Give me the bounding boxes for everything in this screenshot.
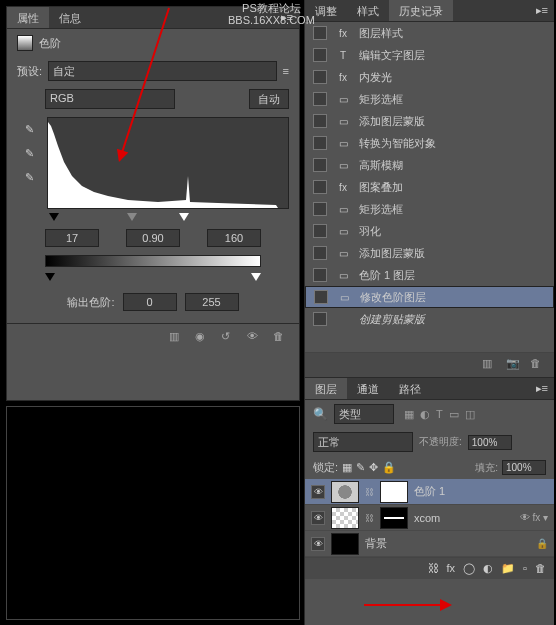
histogram[interactable] bbox=[47, 117, 289, 209]
tab-channels[interactable]: 通道 bbox=[347, 378, 389, 399]
history-check[interactable] bbox=[313, 70, 327, 84]
toggle-vis-icon[interactable]: 👁 bbox=[247, 330, 263, 346]
history-check[interactable] bbox=[313, 136, 327, 150]
history-check[interactable] bbox=[313, 246, 327, 260]
layer-fx-badge[interactable]: 👁 fx ▾ bbox=[520, 512, 548, 523]
preset-select[interactable]: 自定 bbox=[48, 61, 277, 81]
output-black-field[interactable]: 0 bbox=[123, 293, 177, 311]
tab-info[interactable]: 信息 bbox=[49, 7, 91, 28]
output-slider[interactable] bbox=[45, 273, 261, 283]
history-row[interactable]: ▭添加图层蒙版 bbox=[305, 110, 554, 132]
output-white-field[interactable]: 255 bbox=[185, 293, 239, 311]
out-white-handle[interactable] bbox=[251, 273, 261, 281]
history-doc-icon[interactable]: ▥ bbox=[482, 357, 498, 373]
tab-properties[interactable]: 属性 bbox=[7, 7, 49, 28]
channel-select[interactable]: RGB bbox=[45, 89, 175, 109]
layers-menu-icon[interactable]: ▸≡ bbox=[530, 378, 554, 399]
canvas-area[interactable] bbox=[6, 406, 300, 620]
output-gradient[interactable] bbox=[45, 255, 261, 267]
snapshot-icon[interactable]: 📷 bbox=[506, 357, 522, 373]
delete-layer-icon[interactable]: 🗑 bbox=[535, 562, 546, 575]
lock-paint-icon[interactable]: ✎ bbox=[356, 461, 365, 474]
opacity-field[interactable]: 100% bbox=[468, 435, 512, 450]
tab-layers[interactable]: 图层 bbox=[305, 378, 347, 399]
history-check[interactable] bbox=[313, 158, 327, 172]
reset-icon[interactable]: ↺ bbox=[221, 330, 237, 346]
history-row[interactable]: ▭转换为智能对象 bbox=[305, 132, 554, 154]
history-check[interactable] bbox=[313, 224, 327, 238]
history-menu-icon[interactable]: ▸≡ bbox=[530, 0, 554, 21]
layer-thumb[interactable] bbox=[331, 533, 359, 555]
tab-styles[interactable]: 样式 bbox=[347, 0, 389, 21]
history-row[interactable]: T编辑文字图层 bbox=[305, 44, 554, 66]
history-check[interactable] bbox=[313, 48, 327, 62]
filter-shape-icon[interactable]: ▭ bbox=[449, 408, 459, 421]
layer-mask-icon[interactable]: ◯ bbox=[463, 562, 475, 575]
white-point-handle[interactable] bbox=[179, 213, 189, 221]
history-check[interactable] bbox=[313, 114, 327, 128]
input-white-field[interactable]: 160 bbox=[207, 229, 261, 247]
history-check[interactable] bbox=[313, 202, 327, 216]
filter-type-icon[interactable]: T bbox=[436, 408, 443, 421]
history-check[interactable] bbox=[313, 26, 327, 40]
tab-history[interactable]: 历史记录 bbox=[389, 0, 453, 21]
auto-button[interactable]: 自动 bbox=[249, 89, 289, 109]
history-check[interactable] bbox=[313, 180, 327, 194]
history-check[interactable] bbox=[314, 290, 328, 304]
history-row[interactable]: fx内发光 bbox=[305, 66, 554, 88]
clip-icon[interactable]: ▥ bbox=[169, 330, 185, 346]
layer-thumb[interactable] bbox=[331, 481, 359, 503]
layer-name[interactable]: 背景 bbox=[365, 536, 387, 551]
history-check[interactable] bbox=[313, 268, 327, 282]
layer-list[interactable]: 👁⛓色阶 1👁⛓xcom👁 fx ▾👁背景🔒 bbox=[305, 479, 554, 557]
new-layer-icon[interactable]: ▫ bbox=[523, 562, 527, 575]
history-row[interactable]: fx图案叠加 bbox=[305, 176, 554, 198]
history-row[interactable]: ▭矩形选框 bbox=[305, 198, 554, 220]
lock-all-icon[interactable]: 🔒 bbox=[382, 461, 396, 474]
history-check[interactable] bbox=[313, 312, 327, 326]
layer-name[interactable]: xcom bbox=[414, 512, 440, 524]
view-prev-icon[interactable]: ◉ bbox=[195, 330, 211, 346]
eyedropper-black-icon[interactable]: ✎ bbox=[21, 121, 37, 137]
history-row[interactable]: ▭矩形选框 bbox=[305, 88, 554, 110]
visibility-icon[interactable]: 👁 bbox=[311, 485, 325, 499]
history-row[interactable]: ▭高斯模糊 bbox=[305, 154, 554, 176]
eyedropper-white-icon[interactable]: ✎ bbox=[21, 169, 37, 185]
eyedropper-gray-icon[interactable]: ✎ bbox=[21, 145, 37, 161]
history-list[interactable]: fx图层样式T编辑文字图层fx内发光▭矩形选框▭添加图层蒙版▭转换为智能对象▭高… bbox=[305, 22, 554, 352]
visibility-icon[interactable]: 👁 bbox=[311, 537, 325, 551]
filter-type-select[interactable]: 类型 bbox=[334, 404, 394, 424]
history-trash-icon[interactable]: 🗑 bbox=[530, 357, 546, 373]
lock-pos-icon[interactable]: ✥ bbox=[369, 461, 378, 474]
filter-icon[interactable]: 🔍 bbox=[313, 407, 328, 421]
mask-thumb[interactable] bbox=[380, 507, 408, 529]
history-row[interactable]: ▭色阶 1 图层 bbox=[305, 264, 554, 286]
preset-menu-icon[interactable]: ≡ bbox=[283, 65, 289, 77]
layer-thumb[interactable] bbox=[331, 507, 359, 529]
visibility-icon[interactable]: 👁 bbox=[311, 511, 325, 525]
filter-smart-icon[interactable]: ◫ bbox=[465, 408, 475, 421]
tab-paths[interactable]: 路径 bbox=[389, 378, 431, 399]
layer-row[interactable]: 👁背景🔒 bbox=[305, 531, 554, 557]
blend-mode-select[interactable]: 正常 bbox=[313, 432, 413, 452]
history-row[interactable]: ▭添加图层蒙版 bbox=[305, 242, 554, 264]
mask-thumb[interactable] bbox=[380, 481, 408, 503]
input-gamma-field[interactable]: 0.90 bbox=[126, 229, 180, 247]
input-slider[interactable] bbox=[45, 213, 261, 223]
out-black-handle[interactable] bbox=[45, 273, 55, 281]
link-icon[interactable]: ⛓ bbox=[365, 487, 374, 497]
group-icon[interactable]: 📁 bbox=[501, 562, 515, 575]
history-row[interactable]: ▭修改色阶图层 bbox=[305, 286, 554, 308]
input-black-field[interactable]: 17 bbox=[45, 229, 99, 247]
layer-fx-icon[interactable]: fx bbox=[447, 562, 456, 575]
history-row[interactable]: fx图层样式 bbox=[305, 22, 554, 44]
adjustment-layer-icon[interactable]: ◐ bbox=[483, 562, 493, 575]
link-icon[interactable]: ⛓ bbox=[365, 513, 374, 523]
layer-row[interactable]: 👁⛓xcom👁 fx ▾ bbox=[305, 505, 554, 531]
history-row[interactable]: 创建剪贴蒙版 bbox=[305, 308, 554, 330]
trash-icon[interactable]: 🗑 bbox=[273, 330, 289, 346]
black-point-handle[interactable] bbox=[49, 213, 59, 221]
layer-name[interactable]: 色阶 1 bbox=[414, 484, 445, 499]
layer-row[interactable]: 👁⛓色阶 1 bbox=[305, 479, 554, 505]
history-row[interactable]: ▭羽化 bbox=[305, 220, 554, 242]
